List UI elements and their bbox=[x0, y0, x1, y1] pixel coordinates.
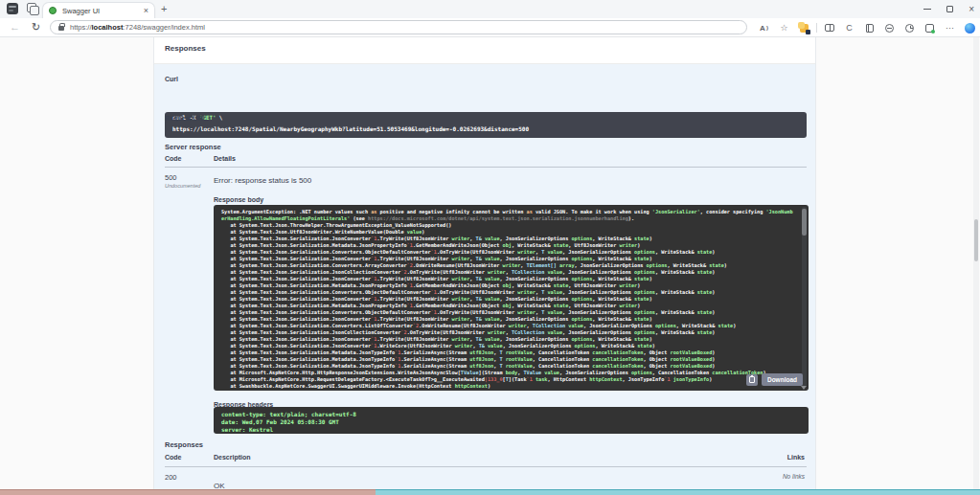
code-line: at System.Text.Json.Serialization.JsonCo… bbox=[221, 236, 795, 242]
lock-icon bbox=[58, 26, 64, 31]
code-line: at System.Text.Json.Serialization.Conver… bbox=[221, 289, 795, 296]
code-line: at System.Text.Json.Serialization.JsonCo… bbox=[221, 276, 795, 282]
minimize-button[interactable] bbox=[923, 9, 931, 10]
download-button[interactable]: Download bbox=[762, 373, 803, 386]
scrollbar-thumb[interactable] bbox=[802, 209, 807, 236]
code-column-header: Code bbox=[165, 454, 182, 461]
code-line: at System.Text.Json.Serialization.Conver… bbox=[221, 309, 795, 316]
code-line: at System.Text.Json.ThrowHelper.ThrowArg… bbox=[221, 222, 795, 229]
tab-actions-icon[interactable] bbox=[27, 3, 37, 13]
close-button[interactable]: × bbox=[969, 5, 974, 14]
favorites-star-icon[interactable]: ☆ bbox=[774, 21, 794, 34]
code-line: date: Wed,07 Feb 2024 05:08:30 GMT bbox=[221, 418, 801, 426]
copilot-icon[interactable] bbox=[960, 21, 980, 34]
extension-icon[interactable] bbox=[794, 21, 814, 34]
code-line: at System.Text.Json.Serialization.Metada… bbox=[221, 303, 795, 309]
page-scrollbar[interactable] bbox=[973, 37, 979, 489]
swagger-page: Responses Curl curl -X 'GET' \ 'https://… bbox=[0, 37, 980, 489]
response-body-scrollbar[interactable] bbox=[802, 207, 807, 387]
tab-close-icon[interactable]: × bbox=[144, 7, 148, 15]
toolbar-icons: A ☆ C ··· bbox=[754, 18, 980, 37]
response-headers-text: content-type: text/plain; charset=utf-8d… bbox=[221, 411, 801, 434]
table-row-code: 200 bbox=[165, 473, 177, 482]
collections-icon[interactable] bbox=[859, 21, 879, 34]
code-line: at System.Text.Json.Serialization.JsonCo… bbox=[221, 256, 795, 262]
clipboard-icon bbox=[749, 376, 755, 383]
code-line: at Microsoft.AspNetCore.Http.HttpRespons… bbox=[221, 370, 795, 376]
browser-tab[interactable]: Swagger UI × bbox=[42, 2, 155, 18]
split-screen-icon[interactable] bbox=[819, 21, 839, 34]
web-capture-icon[interactable] bbox=[920, 21, 940, 34]
read-aloud-icon[interactable]: A bbox=[754, 21, 774, 34]
copilot-c-icon[interactable]: C bbox=[839, 21, 859, 34]
more-menu-icon[interactable]: ··· bbox=[940, 21, 960, 34]
code-line: at System.Text.Json.Serialization.Metada… bbox=[221, 242, 795, 249]
opblock: Responses Curl curl -X 'GET' \ 'https://… bbox=[153, 37, 816, 489]
address-bar[interactable]: https://localhost:7248/swagger/index.htm… bbox=[50, 20, 747, 34]
request-url-value: https://localhost:7248/Spatial/NearbyGeo… bbox=[172, 125, 799, 132]
responses-section-title: Responses bbox=[165, 44, 206, 53]
swagger-favicon-icon bbox=[49, 7, 57, 14]
code-line: server: Kestrel bbox=[221, 426, 801, 434]
response-body-label: Response body bbox=[214, 196, 263, 203]
code-line: at System.Text.Json.Serialization.JsonCo… bbox=[221, 336, 795, 343]
code-line: content-type: text/plain; charset=utf-8 bbox=[221, 411, 801, 418]
bottom-strip-left bbox=[0, 489, 376, 495]
links-column-header: Links bbox=[787, 454, 805, 461]
code-line: at System.Text.Json.Serialization.Metada… bbox=[221, 349, 795, 356]
responses-table-title: Responses bbox=[165, 440, 203, 449]
code-line: System.ArgumentException: .NET number va… bbox=[221, 209, 795, 222]
table-header-divider bbox=[165, 466, 807, 467]
browser-toolbar: ← ↻ https://localhost:7248/swagger/index… bbox=[0, 18, 980, 37]
response-copy-button[interactable] bbox=[746, 374, 758, 386]
curl-label: Curl bbox=[165, 76, 178, 82]
back-icon[interactable]: ← bbox=[10, 21, 20, 33]
description-column-header: Description bbox=[214, 454, 251, 461]
code-line: at System.Text.Json.Serialization.Conver… bbox=[221, 323, 795, 329]
page-scrollbar-thumb[interactable] bbox=[974, 219, 978, 261]
responses-section-body: Curl curl -X 'GET' \ 'https://localhost:… bbox=[154, 64, 815, 489]
bottom-strip bbox=[0, 489, 980, 495]
request-url-box: https://localhost:7248/Spatial/NearbyGeo… bbox=[165, 122, 807, 136]
code-line: at System.Text.Json.Serialization.Metada… bbox=[221, 363, 795, 370]
code-line: at System.Text.Json.Serialization.Conver… bbox=[221, 262, 795, 269]
url-text: https://localhost:7248/swagger/index.htm… bbox=[70, 23, 205, 32]
code-line: at System.Text.Json.Serialization.Metada… bbox=[221, 356, 795, 363]
maximize-button[interactable] bbox=[946, 6, 953, 12]
code-line: at System.Text.Json.Serialization.Conver… bbox=[221, 249, 795, 256]
code-line: at System.Text.Json.Serialization.JsonCo… bbox=[221, 296, 795, 303]
stack-trace: System.ArgumentException: .NET number va… bbox=[221, 209, 795, 390]
code-line: at System.Text.Json.Serialization.JsonCo… bbox=[221, 269, 795, 276]
window-controls: × bbox=[923, 0, 974, 18]
table-header-divider bbox=[165, 167, 807, 168]
refresh-icon[interactable]: ↻ bbox=[32, 21, 40, 34]
server-response-label: Server response bbox=[165, 143, 221, 151]
extension-badge-icon bbox=[800, 24, 809, 33]
browser-essentials-icon[interactable] bbox=[879, 21, 900, 34]
new-tab-button[interactable]: + bbox=[161, 2, 167, 16]
browser-window: Swagger UI × + × ← ↻ https://localhost:7… bbox=[0, 0, 980, 495]
code-line: at Swashbuckle.AspNetCore.SwaggerUI.Swag… bbox=[221, 383, 795, 390]
browser-titlebar: Swagger UI × + × bbox=[0, 0, 980, 18]
details-column-header: Details bbox=[214, 155, 236, 162]
code-line: curl -X 'GET' \ bbox=[172, 115, 799, 122]
table-row-links: No links bbox=[783, 473, 805, 480]
response-body-box[interactable]: System.ArgumentException: .NET number va… bbox=[214, 205, 809, 391]
response-body-actions: Download bbox=[746, 373, 803, 386]
history-icon[interactable] bbox=[900, 21, 920, 34]
code-line: at System.Text.Json.Serialization.JsonCo… bbox=[221, 343, 795, 349]
request-url-label: Request URL bbox=[165, 115, 207, 122]
browser-app-icon[interactable] bbox=[7, 3, 18, 14]
toolbar-divider bbox=[816, 23, 817, 33]
bottom-strip-right bbox=[376, 489, 980, 495]
code-line: at System.Text.Json.Utf8JsonWriter.Write… bbox=[221, 229, 795, 236]
code-column-header: Code bbox=[165, 155, 182, 162]
error-text: Error: response status is 500 bbox=[214, 176, 311, 185]
code-line: at System.Text.Json.Serialization.JsonCo… bbox=[221, 329, 795, 336]
response-status-code: 500 bbox=[165, 173, 177, 182]
code-line: at System.Text.Json.Serialization.JsonCo… bbox=[221, 316, 795, 323]
undocumented-note: Undocumented bbox=[165, 183, 200, 189]
response-headers-box: content-type: text/plain; charset=utf-8d… bbox=[214, 407, 809, 434]
scroll-down-arrow-icon[interactable] bbox=[801, 386, 807, 390]
tab-title: Swagger UI bbox=[62, 7, 140, 15]
